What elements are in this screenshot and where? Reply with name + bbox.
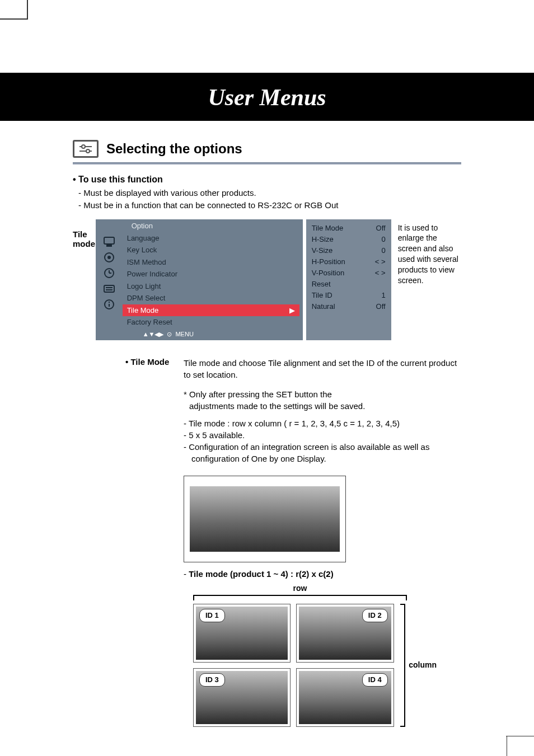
tile-cell: ID 4 [296,668,394,727]
target-icon [101,251,118,264]
tile-mode-description: • Tile Mode Tile mode and choose Tile al… [73,357,461,731]
osd-header: Option [96,219,303,232]
osd-item[interactable]: Power Indicator [123,268,299,280]
osd-item[interactable]: Factory Reset [123,316,299,328]
osd-item[interactable]: Logo Light [123,280,299,293]
sliders-icon [101,283,118,295]
osd-sub-row[interactable]: Tile ModeOff [312,223,386,234]
osd-submenu: Tile ModeOff H-Size0 V-Size0 H-Position<… [306,219,391,340]
svg-rect-4 [104,237,114,244]
tile-grid: ID 1 ID 2 ID 3 ID 4 [190,600,397,730]
use-function-heading: • To use this function [73,175,461,185]
subheading-row: Selecting the options [73,140,461,158]
osd-sub-label: H-Size [312,234,334,245]
single-image-frame [184,476,346,562]
osd-item[interactable]: Key Lock [123,244,299,256]
monitor-icon [101,236,118,248]
tile-grid-diagram: row ID 1 ID 2 ID 3 ID 4 column [190,583,437,731]
crop-mark [27,0,28,19]
enter-icon: ⊙ [167,331,172,338]
osd-sub-row[interactable]: Tile ID1 [312,290,386,301]
osd-item[interactable]: ISM Method [123,256,299,269]
crop-mark [507,736,508,756]
tile-desc-l3: - Configuration of an integration screen… [184,441,461,453]
tile-cell: ID 2 [296,604,394,663]
osd-sub-value: Off [376,301,386,312]
tile-cell: ID 1 [193,604,291,663]
tile-mode-bullet: • Tile Mode [125,357,176,731]
osd-item[interactable]: DPM Select [123,292,299,304]
requirement-line: - Must be displayed with various other p… [78,187,461,199]
row-bracket [193,595,407,600]
osd-item[interactable]: Language [123,232,299,245]
col-bracket [400,604,406,727]
svg-point-7 [107,256,111,259]
osd-item-label: Tile Mode [127,305,159,316]
clock-icon [101,267,118,279]
svg-point-2 [82,145,85,148]
osd-footer: ▲▼◀▶ ⊙ MENU [96,328,303,338]
osd-icon-rail [96,232,123,328]
osd-sub-value: Off [376,223,386,234]
osd-sub-row[interactable]: Reset [312,279,386,290]
tile-id-badge: ID 3 [199,673,225,687]
requirements-list: - Must be displayed with various other p… [73,187,461,212]
svg-rect-5 [107,245,111,246]
osd-sub-label: Tile ID [312,290,332,301]
osd-item-active[interactable]: Tile Mode ▶ [123,304,299,317]
tile-desc-p1: Tile mode and choose Tile alignment and … [184,357,461,381]
tile-desc-l2: - 5 x 5 available. [184,429,461,441]
osd-footer-menu: MENU [175,331,193,337]
crop-mark [0,18,28,20]
nav-arrows-icon: ▲▼◀▶ [143,331,164,338]
osd-sub-row[interactable]: H-Position< > [312,256,386,267]
osd-sub-label: V-Size [312,245,333,256]
formula-dash: - [184,569,189,579]
side-description: It is used to enlarge the screen and als… [391,219,461,340]
sliders-icon [73,140,99,158]
svg-point-3 [86,149,90,153]
osd-sub-row[interactable]: NaturalOff [312,301,386,312]
osd-sub-label: Natural [312,301,335,312]
tile-desc-l1: - Tile mode : row x column ( r = 1, 2, 3… [184,417,461,429]
banner-title: User Menus [0,84,534,111]
divider [73,162,461,165]
osd-sub-row[interactable]: V-Position< > [312,267,386,279]
tile-desc-p2a: * Only after pressing the SET button the [184,388,461,400]
row-label: row [190,583,410,594]
arrow-right-icon: ▶ [289,305,295,316]
sample-image [190,486,340,552]
osd-item-list: Language Key Lock ISM Method Power Indic… [123,232,303,328]
svg-point-16 [108,301,109,302]
tile-cell: ID 3 [193,668,291,727]
info-icon [101,298,118,311]
osd-sub-value: 0 [381,245,385,256]
tile-formula: - Tile mode (product 1 ~ 4) : r(2) x c(2… [184,568,461,580]
osd-sub-value: < > [375,267,386,279]
crop-mark [506,736,534,737]
tile-id-badge: ID 1 [199,609,225,622]
osd-sub-label: Reset [312,279,331,290]
col-label: column [405,660,437,671]
osd-sub-label: Tile Mode [312,223,344,234]
tile-id-badge: ID 2 [362,609,388,622]
osd-sub-label: H-Position [312,256,345,267]
tile-desc-l3b: configuration of One by one Display. [184,453,461,464]
osd-sub-row[interactable]: H-Size0 [312,234,386,245]
osd-sub-value: 0 [381,234,385,245]
osd-sub-value: < > [375,256,386,267]
tile-desc-p2b: adjustments made to the settings will be… [184,400,461,412]
requirement-line: - Must be in a function that can be conn… [78,199,461,212]
osd-sub-label: V-Position [312,267,345,279]
osd-sub-row[interactable]: V-Size0 [312,245,386,256]
formula-bold: Tile mode (product 1 ~ 4) : r(2) x c(2) [189,569,334,579]
page-banner: User Menus [0,73,534,121]
subheading-title: Selecting the options [106,141,242,157]
osd-menu: Option Language Key Lock ISM Method Powe… [96,219,303,340]
tile-id-badge: ID 4 [362,673,388,687]
osd-sub-value: 1 [381,290,385,301]
svg-rect-11 [104,285,114,292]
tile-mode-label: Tile mode [73,219,96,340]
